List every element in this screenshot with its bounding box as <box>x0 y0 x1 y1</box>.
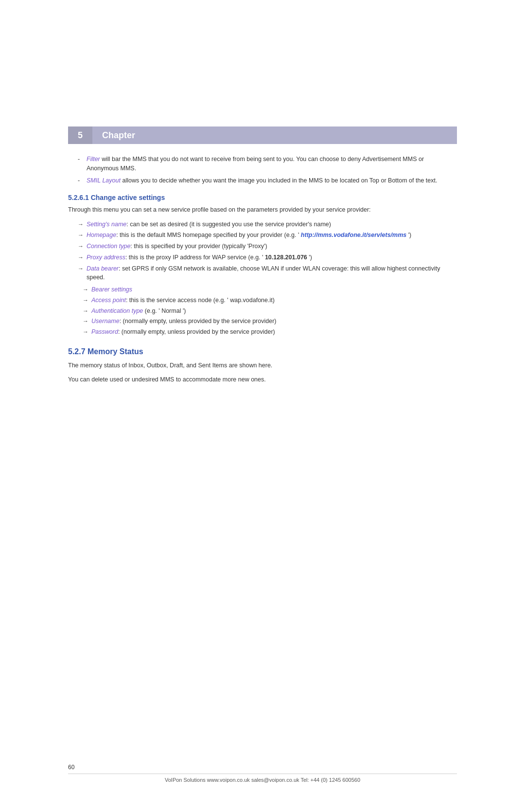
footer-divider <box>68 774 457 774</box>
list-item-proxy-address: Proxy address: this is the proxy IP addr… <box>78 253 457 262</box>
page-number: 60 <box>0 764 525 771</box>
list-item-filter: Filter will bar the MMS that you do not … <box>78 155 457 173</box>
data-bearer-text: : set GPRS if only GSM network is availa… <box>87 265 440 281</box>
section-527-body1: The memory status of Inbox, Outbox, Draf… <box>68 361 457 370</box>
list-item-password: Password: (normally empty, unless provid… <box>83 327 457 337</box>
settings-name-text: : can be set as desired (it is suggested… <box>126 221 331 228</box>
footer-contact: VoIPon Solutions www.voipon.co.uk sales@… <box>165 777 360 783</box>
list-item-homepage: Homepage: this is the default MMS homepa… <box>78 231 457 240</box>
footer: 60 VoIPon Solutions www.voipon.co.uk sal… <box>0 764 525 783</box>
chapter-banner: 5 Chapter <box>68 126 457 144</box>
section-526-intro: Through this menu you can set a new serv… <box>68 205 457 215</box>
list-item-settings-name: Setting's name: can be set as desired (i… <box>78 220 457 229</box>
data-bearer-term: Data bearer <box>87 265 119 272</box>
proxy-address-ip: 10.128.201.076 <box>265 254 307 261</box>
section-527-body2: You can delete used or undesired MMS to … <box>68 375 457 384</box>
username-text: : (normally empty, unless provided by th… <box>120 318 277 325</box>
settings-name-term: Setting's name <box>87 221 126 228</box>
list-item-access-point: Access point: this is the service access… <box>83 296 457 305</box>
content-area: 5 Chapter Filter will bar the MMS that y… <box>0 0 525 429</box>
filter-text: will bar the MMS that you do not want to… <box>87 156 424 172</box>
access-point-text: : this is the service access node (e.g. … <box>126 297 275 304</box>
access-point-term: Access point <box>91 297 126 304</box>
list-item-username: Username: (normally empty, unless provid… <box>83 317 457 326</box>
page: 5 Chapter Filter will bar the MMS that y… <box>0 0 525 812</box>
section-527-heading: 5.2.7 Memory Status <box>68 347 457 356</box>
chapter-number: 5 <box>68 126 92 144</box>
section-526-heading: 5.2.6.1 Change active settings <box>68 194 457 201</box>
homepage-text1: : this is the default MMS homepage speci… <box>116 232 301 238</box>
filter-term: Filter <box>87 156 100 162</box>
username-term: Username <box>91 318 120 325</box>
proxy-address-text2: ') <box>307 254 312 261</box>
list-item-connection-type: Connection type: this is specified by yo… <box>78 242 457 251</box>
filter-smil-list: Filter will bar the MMS that you do not … <box>78 155 457 185</box>
proxy-address-term: Proxy address <box>87 254 125 261</box>
list-item-smil: SMIL Layout allows you to decide whether… <box>78 176 457 185</box>
connection-type-text: : this is specified by your provider (ty… <box>130 243 267 250</box>
auth-type-text: (e.g. ' Normal ') <box>143 307 186 314</box>
proxy-address-text1: : this is the proxy IP address for WAP s… <box>125 254 265 261</box>
password-term: Password <box>91 328 118 335</box>
settings-list: Setting's name: can be set as desired (i… <box>78 220 457 283</box>
smil-term: SMIL Layout <box>87 177 121 184</box>
auth-type-term: Authentication type <box>91 307 143 314</box>
homepage-text2: ') <box>406 232 411 238</box>
bearer-settings-term: Bearer settings <box>91 286 132 293</box>
homepage-term: Homepage <box>87 232 116 238</box>
list-item-bearer-settings: Bearer settings <box>83 285 457 294</box>
list-item-auth-type: Authentication type (e.g. ' Normal ') <box>83 307 457 316</box>
nested-settings-list: Bearer settings Access point: this is th… <box>83 285 457 337</box>
connection-type-term: Connection type <box>87 243 130 250</box>
chapter-label: Chapter <box>92 126 457 144</box>
password-text: : (normally empty, unless provided by th… <box>118 328 275 335</box>
list-item-data-bearer: Data bearer: set GPRS if only GSM networ… <box>78 264 457 283</box>
homepage-url: http://mms.vodafone.it/servlets/mms <box>301 232 406 238</box>
smil-text: allows you to decide whether you want th… <box>121 177 438 184</box>
